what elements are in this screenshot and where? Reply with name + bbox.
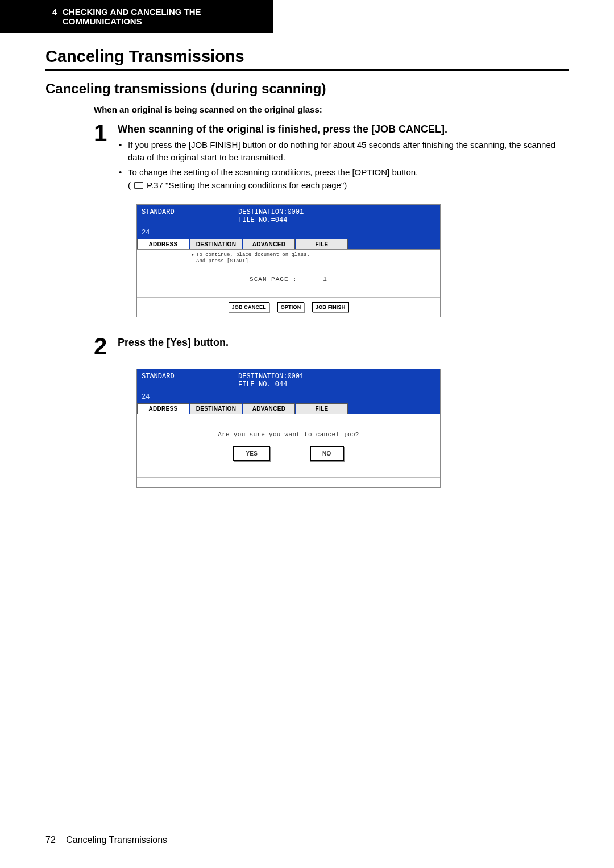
lcd-fileno: FILE NO.=044	[238, 381, 287, 388]
step-number: 2	[94, 334, 110, 358]
step-1: 1 When scanning of the original is finis…	[94, 121, 569, 194]
section-title: Canceling Transmissions	[45, 47, 569, 71]
tab-destination[interactable]: DESTINATION	[190, 239, 242, 249]
lcd-scan-value: 1	[323, 276, 327, 283]
no-button[interactable]: NO	[310, 446, 343, 461]
lcd-scan-row: SCAN PAGE : 1	[140, 276, 437, 283]
lcd-bottom-empty	[137, 477, 440, 487]
lcd-msg-2: And press [START].	[196, 258, 251, 264]
lcd-msg-1: To continue, place document on glass.	[196, 252, 310, 258]
lcd-header: STANDARD DESTINATION:0001 FILE NO.=044 2…	[137, 369, 440, 403]
step-number: 1	[94, 121, 110, 145]
lcd-tabs: ADDRESS DESTINATION ADVANCED FILE	[137, 239, 440, 249]
lcd-mode: STANDARD	[142, 373, 227, 388]
lcd-button-row: JOB CANCEL OPTION JOB FINISH	[137, 297, 440, 317]
chapter-number: 4	[52, 7, 57, 16]
step1-bullet-1: If you press the [JOB FINISH] button or …	[128, 139, 569, 164]
subsection-title: Canceling transmissions (during scanning…	[45, 81, 569, 97]
lcd-body: To continue, place document on glass. An…	[137, 249, 440, 297]
tab-address[interactable]: ADDRESS	[137, 403, 189, 414]
page-number: 72	[45, 835, 56, 845]
lcd-code: 24	[142, 393, 435, 401]
job-cancel-button[interactable]: JOB CANCEL	[229, 302, 270, 312]
tab-advanced[interactable]: ADVANCED	[243, 403, 295, 414]
lcd-screen-1: STANDARD DESTINATION:0001 FILE NO.=044 2…	[136, 204, 441, 317]
chapter-header: 4 CHECKING AND CANCELING THE COMMUNICATI…	[0, 0, 273, 33]
lcd-screen-2: STANDARD DESTINATION:0001 FILE NO.=044 2…	[136, 369, 441, 488]
lcd-mode: STANDARD	[142, 208, 227, 224]
lcd-fileno: FILE NO.=044	[238, 216, 287, 224]
tab-destination[interactable]: DESTINATION	[190, 403, 242, 414]
step-heading: Press the [Yes] button.	[118, 337, 569, 349]
step1-bullet-2-text: To change the setting of the scanning co…	[128, 167, 418, 177]
reference-text: P.37 "Setting the scanning conditions fo…	[147, 179, 347, 192]
tab-address[interactable]: ADDRESS	[137, 239, 189, 249]
page-footer: 72 Canceling Transmissions	[45, 829, 569, 845]
lcd-destination: DESTINATION:0001	[238, 373, 304, 381]
lcd-tabs: ADDRESS DESTINATION ADVANCED FILE	[137, 403, 440, 414]
step-heading: When scanning of the original is finishe…	[118, 123, 569, 135]
intro-text: When an original is being scanned on the…	[94, 105, 569, 114]
job-finish-button[interactable]: JOB FINISH	[312, 302, 349, 312]
book-icon	[134, 182, 143, 189]
lcd-destination: DESTINATION:0001	[238, 208, 304, 216]
yes-button[interactable]: YES	[233, 446, 270, 461]
chapter-title: CHECKING AND CANCELING THE COMMUNICATION…	[63, 7, 262, 26]
option-button[interactable]: OPTION	[277, 302, 305, 312]
lcd-body: Are you sure you want to cancel job? YES…	[137, 414, 440, 477]
lcd-confirm-text: Are you sure you want to cancel job?	[140, 431, 437, 438]
footer-title: Canceling Transmissions	[66, 835, 167, 845]
page-content: Canceling Transmissions Canceling transm…	[0, 33, 614, 488]
lcd-scan-label: SCAN PAGE :	[250, 276, 297, 283]
step-2: 2 Press the [Yes] button.	[94, 334, 569, 358]
reference-line: ( P.37 "Setting the scanning conditions …	[128, 179, 569, 192]
tab-advanced[interactable]: ADVANCED	[243, 239, 295, 249]
tab-file[interactable]: FILE	[296, 403, 348, 414]
lcd-code: 24	[142, 229, 435, 237]
step1-bullet-2: To change the setting of the scanning co…	[128, 166, 569, 192]
lcd-header: STANDARD DESTINATION:0001 FILE NO.=044 2…	[137, 205, 440, 239]
tab-file[interactable]: FILE	[296, 239, 348, 249]
